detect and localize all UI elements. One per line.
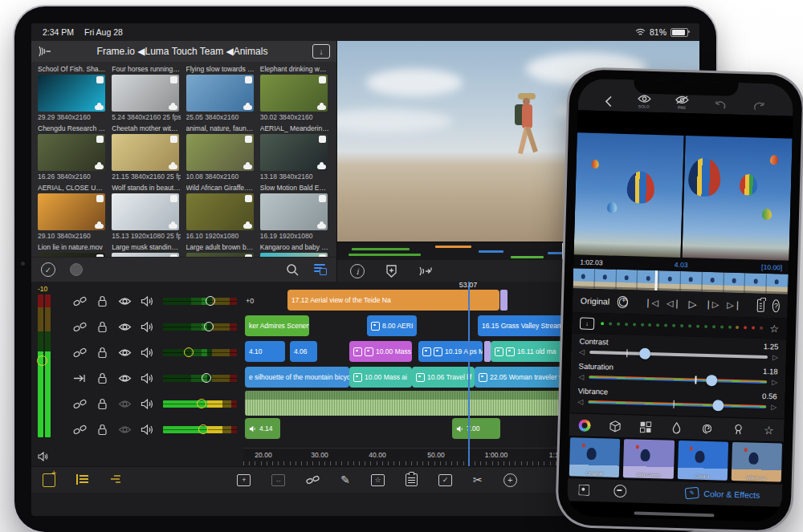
visibility-eye-icon[interactable] (118, 321, 132, 333)
media-clip[interactable]: Lion lie in nature.mov (38, 243, 107, 257)
preset-dot[interactable] (641, 323, 644, 327)
media-clip[interactable]: animal, nature, fauna a... 10.08 3840x21… (186, 124, 255, 181)
tab-cube-icon[interactable] (608, 419, 622, 433)
frame-fit-icon[interactable] (578, 485, 589, 496)
mute-speaker-icon[interactable] (141, 295, 154, 307)
tab-keyhole-icon[interactable] (731, 422, 744, 436)
track-volume-meter[interactable] (163, 375, 237, 382)
preset-dot[interactable] (760, 327, 763, 330)
media-thumbnail[interactable] (260, 75, 328, 112)
preset-dot[interactable] (720, 325, 724, 328)
timeline-clip[interactable]: ker Admires Scenery (245, 315, 309, 336)
preset-dot[interactable] (752, 327, 755, 330)
select-checkbox-icon[interactable] (245, 195, 252, 202)
media-thumbnail[interactable] (38, 134, 105, 171)
visibility-eye-icon[interactable] (118, 347, 132, 359)
slider-increment[interactable]: ▷ (772, 378, 777, 386)
select-checkbox-icon[interactable] (170, 195, 177, 202)
library-icon[interactable] (38, 46, 52, 57)
link-clips-icon[interactable] (306, 475, 320, 485)
play-button[interactable]: ▷ (688, 298, 696, 310)
media-thumbnail[interactable] (112, 193, 179, 230)
lock-icon[interactable] (96, 398, 109, 410)
slider-decrement[interactable]: ◁ (577, 397, 583, 405)
lock-icon[interactable] (96, 424, 109, 436)
media-clip[interactable]: AERIAL_ Meandering riv... 13.18 3840x216… (260, 124, 329, 181)
lock-icon[interactable] (96, 372, 109, 384)
timeline-clip[interactable]: 8.00 AERI (367, 315, 417, 336)
select-checkbox-icon[interactable] (245, 76, 252, 83)
media-thumbnail[interactable] (112, 253, 179, 257)
tab-droplet-icon[interactable] (670, 420, 683, 434)
select-checkbox-icon[interactable] (170, 136, 177, 143)
master-speaker-icon[interactable] (38, 452, 48, 461)
preset-dot[interactable] (649, 323, 652, 327)
media-clip[interactable]: AERIAL, CLOSE UP_ Gol... 29.10 3840x2160 (38, 184, 107, 240)
select-checkbox-icon[interactable] (319, 136, 326, 143)
timeline-clip[interactable]: 4.06 (290, 341, 317, 362)
timeline-clip[interactable]: e silhouette of the mountain bicyc (245, 367, 349, 388)
link-track-icon[interactable] (73, 295, 87, 307)
link-track-icon[interactable] (73, 321, 87, 333)
preset-thumbnail[interactable]: Cool-it (677, 441, 728, 481)
preset-dot[interactable] (744, 326, 747, 329)
media-clip[interactable]: Cheetah mother with c... 21.15 3840x2160… (112, 124, 181, 181)
track-volume-meter[interactable] (163, 426, 237, 433)
lock-icon[interactable] (96, 295, 109, 307)
timeline-clip[interactable]: 7.00 (452, 418, 500, 439)
overlay-add-icon[interactable] (385, 265, 397, 278)
preset-dot[interactable] (712, 325, 715, 328)
preset-dot[interactable] (728, 326, 732, 329)
tab-spiral-icon[interactable] (700, 421, 714, 435)
speed-icon[interactable] (613, 485, 626, 497)
slider-thumb[interactable] (639, 348, 650, 359)
preset-dot[interactable] (601, 322, 604, 325)
media-thumbnail[interactable] (38, 193, 105, 230)
edit-pencil-icon[interactable]: ✎ (340, 474, 350, 485)
volume-knob[interactable] (204, 322, 214, 331)
help-icon[interactable]: ? (772, 299, 780, 312)
back-icon[interactable] (605, 95, 613, 108)
prev-frame-button[interactable]: ◁❘ (666, 298, 681, 308)
link-track-icon[interactable] (73, 347, 87, 359)
skip-start-button[interactable]: ❘◁ (644, 297, 658, 307)
volume-knob[interactable] (197, 399, 206, 408)
add-icon[interactable]: + (503, 473, 517, 487)
select-checkbox-icon[interactable] (170, 254, 177, 257)
visibility-eye-icon[interactable] (118, 424, 132, 436)
save-preset-icon[interactable]: ↓ (580, 317, 594, 329)
volume-knob[interactable] (206, 296, 215, 306)
preset-dot[interactable] (672, 324, 675, 327)
tab-star-icon[interactable]: ☆ (762, 423, 776, 437)
media-clip[interactable]: Large musk standing in... (112, 243, 181, 257)
transition-clip[interactable] (484, 341, 491, 362)
favorite-star-icon[interactable]: ☆ (769, 323, 779, 335)
slider-track[interactable] (589, 351, 768, 359)
select-checkbox-icon[interactable] (96, 136, 104, 143)
sort-icon[interactable] (314, 264, 327, 275)
preset-thumbnail[interactable]: Anti-Green (623, 439, 675, 479)
select-mode-icon[interactable]: ✓ (41, 262, 55, 277)
select-checkbox-icon[interactable] (96, 195, 104, 202)
download-icon[interactable]: ↓ (312, 44, 330, 59)
media-thumbnail[interactable] (186, 134, 254, 171)
media-thumbnail[interactable] (186, 193, 254, 230)
media-clip[interactable]: Wild African Giraffe.mov 16.10 1920x1080 (186, 184, 255, 240)
lock-icon[interactable] (96, 321, 109, 333)
media-thumbnail[interactable] (38, 75, 105, 112)
media-thumbnail[interactable] (260, 253, 328, 257)
preset-dot[interactable] (704, 325, 707, 328)
slider-decrement[interactable]: ◁ (579, 348, 585, 356)
playhead[interactable] (468, 282, 470, 466)
select-checkbox-icon[interactable] (245, 254, 252, 257)
mute-speaker-icon[interactable] (141, 321, 154, 333)
media-clip[interactable]: Wolf stands in beautiful... 15.13 1920x1… (112, 184, 181, 240)
marker-add-icon[interactable] (418, 266, 434, 277)
preset-dot[interactable] (625, 323, 628, 326)
preset-thumbnail[interactable]: Warm-up (731, 442, 782, 482)
track-volume-meter[interactable] (163, 400, 237, 408)
preset-dot[interactable] (736, 326, 739, 329)
media-clip[interactable]: Elephant drinking water... 30.02 3840x21… (260, 65, 329, 121)
track-volume-meter[interactable] (163, 323, 237, 331)
undo-icon[interactable] (713, 100, 728, 111)
